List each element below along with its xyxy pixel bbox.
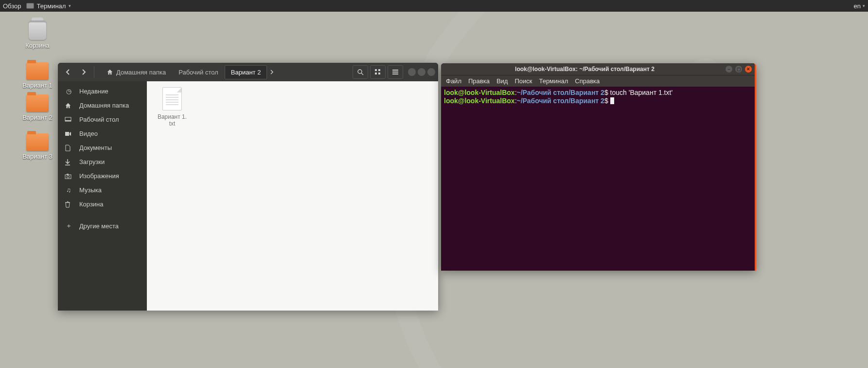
breadcrumb-current[interactable]: Вариант 2 [225,65,267,79]
trash-icon [65,201,72,208]
top-panel: Обзор Терминал ▾ en ▾ [0,0,868,12]
sidebar-item-label: Загрузки [79,158,105,166]
folder-label: Вариант 2 [16,114,59,121]
sidebar-item-desktop[interactable]: Рабочий стол [58,112,147,127]
download-icon [65,159,72,166]
video-icon [65,131,72,136]
prompt-path: ~/Рабочий стол/Вариант 2 [517,89,604,96]
sidebar-item-recent[interactable]: ◷ Недавние [58,84,147,98]
grid-icon [374,69,381,75]
hamburger-icon [392,69,399,75]
separator [94,66,94,78]
minimize-button[interactable]: – [726,66,732,73]
sidebar-item-pictures[interactable]: Изображения [58,169,147,183]
sidebar-item-music[interactable]: ♫ Музыка [58,183,147,197]
camera-icon [65,173,72,179]
menu-view[interactable]: Вид [496,77,508,85]
breadcrumb-next-button[interactable] [267,65,277,79]
activities-button[interactable]: Обзор [3,2,21,10]
clock-icon: ◷ [65,88,72,95]
sidebar-item-videos[interactable]: Видео [58,127,147,141]
terminal-titlebar[interactable]: look@look-VirtualBox: ~/Рабочий стол/Вар… [441,63,755,75]
sidebar-item-label: Недавние [79,88,108,95]
file-item[interactable]: Вариант 1. txt [153,87,192,127]
back-button[interactable] [61,65,75,79]
hamburger-menu-button[interactable] [388,65,403,79]
sidebar-item-other-locations[interactable]: ＋ Другие места [58,218,147,234]
svg-rect-2 [375,69,377,71]
search-button[interactable] [353,65,368,79]
maximize-button[interactable]: ▢ [735,66,742,73]
sidebar-item-label: Видео [79,130,98,137]
sidebar-item-trash[interactable]: Корзина [58,197,147,211]
prompt-user: look@look-VirtualBox [444,89,515,96]
text-file-icon [162,87,182,110]
view-mode-button[interactable] [370,65,386,79]
chevron-down-icon: ▾ [863,3,865,8]
sidebar-item-label: Корзина [79,201,104,208]
trash-label: Корзина [16,42,59,49]
terminal-cursor [610,97,614,104]
svg-rect-14 [67,174,69,175]
sidebar-item-documents[interactable]: Документы [58,141,147,155]
file-manager-window: Домашняя папка Рабочий стол Вариант 2 [58,63,438,311]
menu-help[interactable]: Справка [575,77,600,85]
folder-icon [26,133,49,151]
sidebar-item-label: Музыка [79,186,102,194]
music-icon: ♫ [65,186,72,194]
breadcrumb-current-label: Вариант 2 [231,69,261,76]
plus-icon: ＋ [65,221,72,230]
svg-line-1 [361,73,363,75]
close-button[interactable] [427,68,435,76]
breadcrumb-home[interactable]: Домашняя папка [100,65,172,79]
home-icon [65,102,72,109]
file-manager-content[interactable]: Вариант 1. txt [147,81,438,311]
menu-file[interactable]: Файл [446,77,461,85]
file-manager-sidebar: ◷ Недавние Домашняя папка Рабочий стол [58,81,147,311]
svg-point-13 [67,175,70,178]
svg-rect-5 [378,73,380,74]
menu-edit[interactable]: Правка [468,77,490,85]
home-icon [106,69,113,75]
trash-desktop-icon[interactable]: Корзина [16,20,59,49]
menu-search[interactable]: Поиск [514,77,532,85]
file-label-line1: Вариант 1. [153,113,192,120]
terminal-command: touch 'Вариант 1.txt' [610,89,673,96]
active-app-menu[interactable]: Терминал ▾ [26,2,71,10]
terminal-title: look@look-VirtualBox: ~/Рабочий стол/Вар… [444,66,726,73]
terminal-menubar: Файл Правка Вид Поиск Терминал Справка [441,75,755,87]
breadcrumb-desktop-label: Рабочий стол [178,69,218,76]
chevron-down-icon: ▾ [69,3,71,8]
keyboard-layout-indicator[interactable]: en [854,2,861,10]
svg-rect-10 [65,120,71,121]
prompt-path: ~/Рабочий стол/Вариант 2 [517,97,604,105]
folder-icon [26,94,49,112]
breadcrumb-desktop[interactable]: Рабочий стол [172,65,225,79]
svg-rect-11 [65,132,69,136]
trash-icon [29,20,46,40]
maximize-button[interactable] [418,68,425,76]
svg-rect-4 [375,73,377,74]
prompt-user: look@look-VirtualBox [444,97,515,105]
sidebar-item-label: Изображения [79,172,119,180]
sidebar-item-label: Домашняя папка [79,102,129,109]
folder-label: Вариант 3 [16,153,59,160]
desktop-folder-variant2[interactable]: Вариант 2 [16,94,59,121]
breadcrumb: Домашняя папка Рабочий стол Вариант 2 [100,65,277,79]
menu-terminal[interactable]: Терминал [539,77,568,85]
sidebar-item-label: Документы [79,144,112,151]
minimize-button[interactable] [408,68,416,76]
svg-rect-3 [378,69,380,71]
close-button[interactable]: ✕ [745,66,752,73]
forward-button[interactable] [76,65,91,79]
folder-label: Вариант 1 [16,82,59,89]
sidebar-item-home[interactable]: Домашняя папка [58,98,147,112]
file-label-line2: txt [153,120,192,127]
desktop-folder-variant3[interactable]: Вариант 3 [16,133,59,160]
terminal-body[interactable]: look@look-VirtualBox:~/Рабочий стол/Вари… [441,87,755,271]
breadcrumb-home-label: Домашняя папка [116,69,166,76]
svg-point-0 [358,70,362,74]
desktop-folder-variant1[interactable]: Вариант 1 [16,62,59,89]
sidebar-item-downloads[interactable]: Загрузки [58,155,147,169]
sidebar-item-label: Рабочий стол [79,116,119,123]
